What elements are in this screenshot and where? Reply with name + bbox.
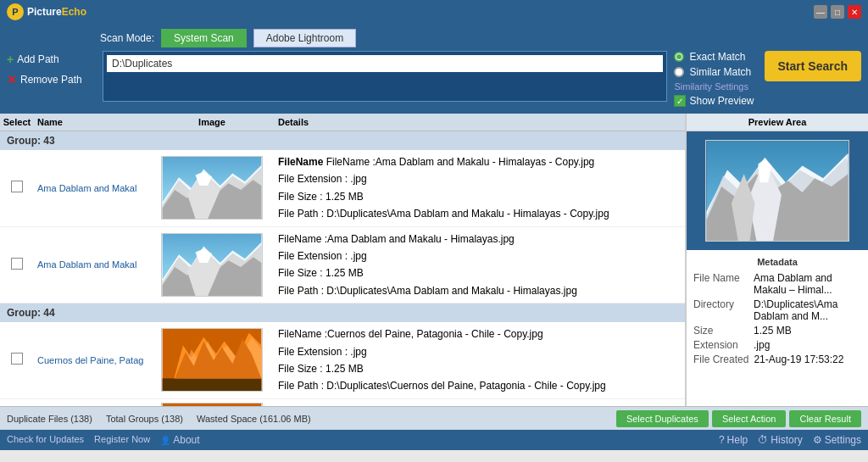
list-item: Ama Dablam and Makal [0,150,685,227]
plus-icon: + [7,53,14,66]
exact-match-label: Exact Match [689,51,745,63]
right-controls: Exact Match Similar Match Similarity Set… [674,51,861,107]
top-section: Scan Mode: System Scan Adobe Lightroom +… [0,24,868,114]
row-checkbox-1[interactable] [11,181,23,192]
extension-key: Extension [693,339,748,351]
size-1: File Size : 1.25 MB [278,188,678,205]
minimize-button[interactable]: — [814,5,827,19]
radio-dot [676,54,682,59]
row-details-2: FileName :Ama Dablam and Makalu - Himala… [271,227,685,303]
close-button[interactable]: ✕ [848,5,861,19]
row-image-1 [153,153,271,223]
clear-result-button[interactable]: Clear Result [789,410,861,427]
bottom-left-links: Check for Updates Register Now 👤 About [7,434,200,446]
path-1: File Path : D:\Duplicates\Ama Dablam and… [278,205,678,222]
x-icon: ✕ [7,73,17,86]
path-input[interactable] [107,55,663,72]
adobe-lightroom-tab[interactable]: Adobe Lightroom [253,29,356,47]
list-item: Cuernos del Paine, Patag [0,399,685,406]
scan-mode-label: Scan Mode: [100,32,154,44]
file-created-val: 21-Aug-19 17:53:22 [754,353,861,365]
size-val: 1.25 MB [754,325,861,337]
app-logo: P PictureEcho [7,3,86,20]
metadata-title: Metadata [693,255,861,272]
similarity-settings-link[interactable]: Similarity Settings [674,81,748,92]
register-now-link[interactable]: Register Now [94,434,150,446]
metadata-directory-row: Directory D:\Duplicates\Ama Dablam and M… [693,298,861,322]
add-path-button[interactable]: + Add Path [7,51,96,68]
titlebar: P PictureEcho — □ ✕ [0,0,868,24]
file-name-key: File Name [693,272,748,296]
about-link[interactable]: 👤 About [160,434,199,446]
row-name-2: Ama Dablam and Makal [34,256,153,273]
svg-rect-17 [163,404,262,406]
path-buttons: + Add Path ✕ Remove Path [7,51,96,88]
extension-1: File Extension : .jpg [278,170,678,187]
header-select: Select [0,117,34,127]
row-name-1: Ama Dablam and Makal [34,180,153,197]
preview-image-area [687,131,868,250]
preview-panel: Preview Area Metadata [686,114,868,406]
row-select-1 [0,181,34,195]
golden-thumbnail-1 [161,328,263,392]
exact-match-radio[interactable] [674,52,684,62]
row-checkbox-3[interactable] [11,353,23,365]
person-icon: 👤 [160,436,170,445]
row-image-2 [153,230,271,300]
metadata-section: Metadata File Name Ama Dablam and Makalu… [687,250,868,406]
metadata-created-row: File Created 21-Aug-19 17:53:22 [693,353,861,365]
status-bar: Duplicate Files (138) Total Groups (138)… [0,406,868,430]
preview-header: Preview Area [687,114,868,131]
remove-path-button[interactable]: ✕ Remove Path [7,71,96,88]
list-item: Cuernos del Paine, Patag [0,322,685,399]
list-header: Select Name Image Details [0,114,685,131]
settings-link[interactable]: ⚙ Settings [813,434,861,446]
bottom-right-links: ? Help ⏱ History ⚙ Settings [719,434,861,446]
start-search-button[interactable]: Start Search [765,51,861,81]
row-image-4 [153,399,271,406]
metadata-filename-row: File Name Ama Dablam and Makalu – Himal.… [693,272,861,296]
file-list-panel: Select Name Image Details Group: 43 Ama … [0,114,686,406]
path-input-area [103,51,667,102]
wasted-space-status: Wasted Space (161.06 MB) [197,414,311,424]
row-image-3 [153,325,271,395]
filename-1: FileName FileName :Ama Dablam and Makalu… [278,153,678,170]
match-options: Exact Match Similar Match Similarity Set… [674,51,754,107]
show-preview-label: Show Preview [689,95,754,107]
header-name: Name [34,117,153,127]
preview-image [705,140,849,242]
help-link[interactable]: ? Help [719,434,748,446]
similar-match-row: Similar Match [674,66,754,78]
exact-match-row: Exact Match [674,51,754,63]
gear-icon: ⚙ [813,434,822,446]
scan-mode-row: Scan Mode: System Scan Adobe Lightroom [100,29,861,47]
group-header-43: Group: 43 [0,131,685,150]
system-scan-tab[interactable]: System Scan [161,29,247,47]
logo-icon: P [7,3,24,20]
bottom-bar: Check for Updates Register Now 👤 About ?… [0,430,868,450]
file-list-body: Group: 43 Ama Dablam and Makal [0,131,685,406]
group-header-44: Group: 44 [0,303,685,322]
list-item: Ama Dablam and Makal [0,227,685,304]
select-action-button[interactable]: Select Action [712,410,787,427]
size-key: Size [693,325,748,337]
header-details: Details [271,117,685,127]
history-link[interactable]: ⏱ History [758,434,802,446]
similar-match-label: Similar Match [689,66,751,78]
header-image: Image [153,117,271,127]
action-buttons: Select Duplicates Select Action Clear Re… [616,410,861,427]
controls-row: + Add Path ✕ Remove Path Exact Match [7,51,861,107]
similar-match-radio[interactable] [674,67,684,77]
extension-val: .jpg [754,339,861,351]
row-checkbox-2[interactable] [11,258,23,270]
file-created-key: File Created [693,353,748,365]
metadata-size-row: Size 1.25 MB [693,325,861,337]
history-icon: ⏱ [758,434,768,446]
add-path-label: Add Path [17,53,58,65]
show-preview-checkbox[interactable]: ✓ [674,95,686,107]
check-updates-link[interactable]: Check for Updates [7,434,84,446]
app-title: PictureEcho [27,6,86,18]
select-duplicates-button[interactable]: Select Duplicates [616,410,709,427]
maximize-button[interactable]: □ [831,5,844,19]
row-details-1: FileName FileName :Ama Dablam and Makalu… [271,150,685,226]
